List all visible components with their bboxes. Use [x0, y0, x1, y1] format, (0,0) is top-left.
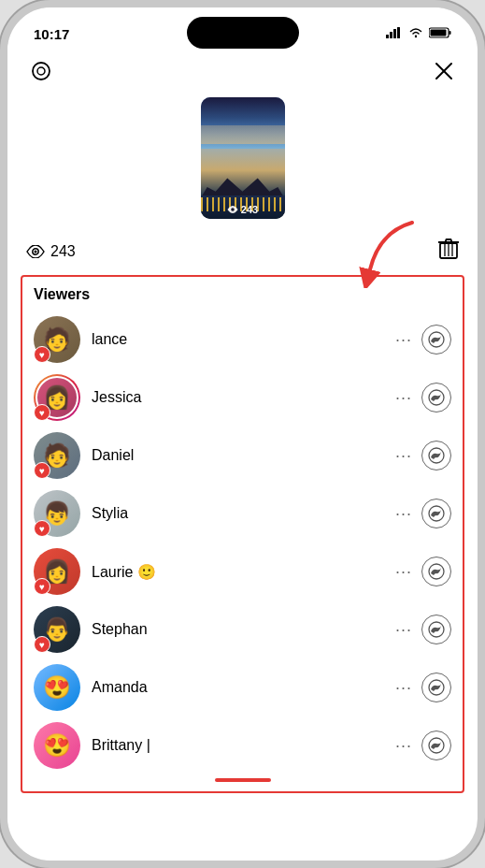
more-options-jessica[interactable]: ··· [395, 388, 412, 408]
avatar-amanda: 😍 [34, 664, 80, 711]
avatar-laurie: 👩 ♥ [34, 548, 80, 595]
heart-badge-stylia: ♥ [34, 520, 50, 537]
viewer-name-jessica: Jessica [92, 389, 395, 406]
messenger-btn-stylia[interactable] [421, 499, 451, 528]
heart-badge-daniel: ♥ [34, 462, 50, 479]
svg-rect-2 [393, 29, 396, 38]
heart-badge-stephan: ♥ [34, 636, 50, 653]
heart-badge-jessica: ♥ [34, 404, 50, 421]
messenger-btn-laurie[interactable] [421, 557, 451, 586]
messenger-btn-brittany[interactable] [421, 731, 451, 760]
status-time: 10:17 [34, 26, 69, 42]
viewer-item-brittany: 😍 Brittany | ··· [34, 716, 451, 774]
signal-icon [386, 27, 403, 41]
viewer-item-lance: 🧑 ♥ lance ··· [34, 311, 451, 369]
messenger-btn-jessica[interactable] [421, 383, 451, 412]
avatar-stylia: 👦 ♥ [34, 490, 80, 537]
heart-badge-lance: ♥ [34, 346, 50, 363]
viewer-name-amanda: Amanda [92, 679, 395, 696]
svg-rect-3 [397, 27, 400, 38]
more-options-amanda[interactable]: ··· [395, 678, 412, 698]
viewer-item-amanda: 😍 Amanda ··· [34, 658, 451, 716]
eye-icon [26, 245, 45, 258]
viewer-name-laurie: Laurie 🙂 [92, 563, 395, 581]
more-options-stephan[interactable]: ··· [395, 620, 412, 640]
viewer-list: 🧑 ♥ lance ··· 👩 ♥ Jessica [34, 311, 451, 774]
phone-screen: 10:17 [7, 7, 478, 861]
messenger-btn-lance[interactable] [421, 325, 451, 354]
messenger-btn-amanda[interactable] [421, 673, 451, 702]
svg-rect-0 [386, 35, 389, 38]
avatar-lance: 🧑 ♥ [34, 316, 80, 363]
viewer-item-laurie: 👩 ♥ Laurie 🙂 ··· [34, 542, 451, 600]
avatar-daniel: 🧑 ♥ [34, 432, 80, 479]
viewer-actions-brittany: ··· [395, 731, 451, 760]
viewer-name-lance: lance [92, 331, 395, 348]
viewer-name-brittany: Brittany | [92, 737, 395, 754]
viewers-section: Viewers 🧑 ♥ lance ··· 👩 [21, 275, 464, 793]
messenger-btn-daniel[interactable] [421, 441, 451, 470]
story-view-count: 243 [201, 204, 285, 215]
wifi-icon [408, 25, 423, 42]
svg-rect-7 [431, 30, 447, 36]
svg-rect-1 [390, 32, 392, 38]
viewer-name-daniel: Daniel [92, 447, 395, 464]
close-icon[interactable] [429, 56, 459, 86]
avatar-stephan: 👨 ♥ [34, 606, 80, 653]
viewer-actions-stephan: ··· [395, 615, 451, 644]
messenger-btn-stephan[interactable] [421, 615, 451, 644]
viewer-actions-stylia: ··· [395, 499, 451, 528]
more-options-lance[interactable]: ··· [395, 330, 412, 350]
avatar-brittany: 😍 [34, 722, 80, 769]
dynamic-island [187, 17, 299, 49]
heart-badge-laurie: ♥ [34, 578, 50, 595]
story-thumbnail[interactable]: 243 [201, 97, 285, 219]
more-options-brittany[interactable]: ··· [395, 736, 412, 756]
svg-point-12 [231, 208, 235, 211]
viewer-actions-lance: ··· [395, 325, 451, 354]
svg-rect-6 [449, 31, 451, 35]
views-count: 243 [26, 243, 76, 260]
battery-icon [429, 25, 451, 42]
viewer-name-stylia: Stylia [92, 505, 395, 522]
arrow-annotation [351, 213, 426, 292]
viewer-actions-daniel: ··· [395, 441, 451, 470]
scroll-indicator [34, 778, 451, 782]
story-preview: 243 [7, 94, 478, 219]
viewer-actions-jessica: ··· [395, 383, 451, 412]
more-options-daniel[interactable]: ··· [395, 446, 412, 466]
more-options-stylia[interactable]: ··· [395, 504, 412, 524]
status-icons [386, 25, 451, 42]
phone-frame: 10:17 [0, 0, 485, 868]
viewer-item-stephan: 👨 ♥ Stephan ··· [34, 600, 451, 658]
scroll-bar [215, 778, 271, 782]
svg-point-9 [37, 67, 45, 75]
viewer-item-daniel: 🧑 ♥ Daniel ··· [34, 427, 451, 485]
settings-icon[interactable] [26, 56, 56, 86]
trash-button[interactable] [438, 238, 459, 266]
top-nav [7, 49, 478, 94]
svg-point-15 [35, 251, 37, 253]
svg-point-4 [415, 36, 417, 37]
viewer-item-jessica: 👩 ♥ Jessica ··· [34, 369, 451, 427]
viewer-item-stylia: 👦 ♥ Stylia ··· [34, 485, 451, 542]
viewer-name-stephan: Stephan [92, 621, 395, 638]
avatar-jessica: 👩 ♥ [34, 374, 80, 421]
more-options-laurie[interactable]: ··· [395, 562, 412, 582]
viewer-actions-laurie: ··· [395, 557, 451, 586]
svg-point-8 [33, 63, 50, 80]
viewer-actions-amanda: ··· [395, 673, 451, 702]
